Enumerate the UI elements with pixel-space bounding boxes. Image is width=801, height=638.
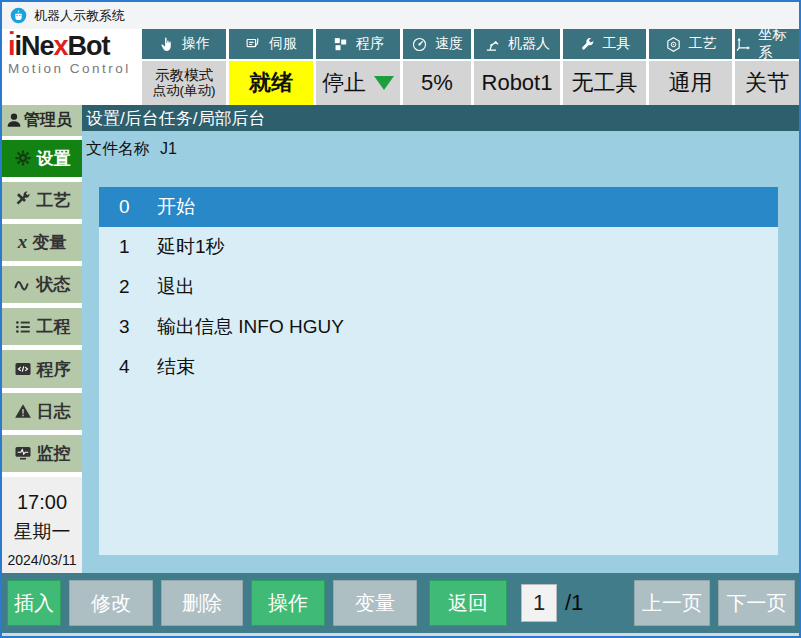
main-panel: 设置/后台任务/局部后台 文件名称J1 0 开始 1 延时1秒 2 <box>82 105 799 573</box>
program-row[interactable]: 1 延时1秒 <box>99 227 778 267</box>
operate-footer-button[interactable]: 操作 <box>251 580 325 626</box>
sidebar-clock: 17:00 星期一 2024/03/11 <box>2 477 82 573</box>
page-number-input[interactable] <box>521 584 557 622</box>
column-operate: 操作 示教模式 点动(单动) <box>142 29 226 105</box>
speed-button-label: 速度 <box>435 35 463 53</box>
coordinate-button[interactable]: 坐标系 <box>735 29 799 59</box>
sidebar-item-label: 工程 <box>37 315 71 338</box>
file-name-value: J1 <box>160 140 177 157</box>
column-robot: 机器人 Robot1 <box>474 29 560 105</box>
program-row[interactable]: 3 输出信息 INFO HGUY <box>99 307 778 347</box>
tool-name: 无工具 <box>563 61 646 105</box>
next-page-button[interactable]: 下一页 <box>718 580 795 626</box>
sidebar-item-label: 日志 <box>37 400 71 423</box>
clock-weekday: 星期一 <box>14 517 71 547</box>
sidebar-item-status[interactable]: 状态 <box>2 266 82 303</box>
header-columns: 操作 示教模式 点动(单动) 伺服 就绪 程序 <box>142 29 799 105</box>
brand-subtitle: Motion Control <box>8 61 142 76</box>
row-text: 输出信息 INFO HGUY <box>157 314 344 340</box>
file-name-label: 文件名称 <box>86 140 150 157</box>
clock-date: 2024/03/11 <box>7 547 76 573</box>
coordinate-axes-icon <box>735 36 751 53</box>
sidebar-item-variables[interactable]: x 变量 <box>2 224 82 261</box>
robot-button-label: 机器人 <box>508 35 550 53</box>
process-hexagon-icon <box>665 36 682 53</box>
program-row[interactable]: 2 退出 <box>99 267 778 307</box>
stop-dropdown-triangle <box>374 76 394 90</box>
servo-button-label: 伺服 <box>269 35 297 53</box>
program-line-list: 0 开始 1 延时1秒 2 退出 3 输出信息 INFO HGUY <box>99 187 778 555</box>
content-area: 文件名称J1 0 开始 1 延时1秒 2 退出 <box>82 131 799 573</box>
coordinate-name: 关节 <box>735 61 799 105</box>
sidebar-item-label: 工艺 <box>37 189 71 212</box>
clock-time: 17:00 <box>17 487 67 517</box>
coordinate-button-label: 坐标系 <box>758 26 799 62</box>
tools-icon <box>14 191 32 209</box>
current-user-label: 管理员 <box>24 110 72 131</box>
row-text: 开始 <box>157 194 195 220</box>
tool-button[interactable]: 工具 <box>563 29 646 59</box>
sidebar-item-label: 设置 <box>37 147 71 170</box>
delete-button[interactable]: 删除 <box>161 580 243 626</box>
wave-icon <box>14 276 32 294</box>
list-icon <box>14 318 32 336</box>
column-tool: 工具 无工具 <box>563 29 646 105</box>
bottom-strip <box>2 633 799 636</box>
row-index: 1 <box>99 236 157 258</box>
sidebar-item-monitor[interactable]: 监控 <box>2 435 82 472</box>
sidebar-item-label: 监控 <box>37 442 71 465</box>
sidebar-item-settings[interactable]: 设置 <box>2 140 82 177</box>
warning-icon <box>14 402 32 420</box>
sidebar-item-project[interactable]: 工程 <box>2 308 82 345</box>
operate-button[interactable]: 操作 <box>142 29 226 59</box>
header: ı̇iNexBot Motion Control 操作 示教模式 点动(单动) … <box>2 29 799 105</box>
row-index: 0 <box>99 196 157 218</box>
run-state-dropdown[interactable]: 停止 <box>316 61 400 105</box>
sidebar-item-process[interactable]: 工艺 <box>2 182 82 219</box>
column-servo: 伺服 就绪 <box>229 29 313 105</box>
brand-wordmark: ı̇iNexBot <box>8 31 142 61</box>
brand-logo: ı̇iNexBot Motion Control <box>2 29 142 105</box>
window-titlebar: 机器人示教系统 <box>2 2 799 29</box>
file-name-row: 文件名称J1 <box>86 139 778 160</box>
program-button-label: 程序 <box>356 35 384 53</box>
window-title: 机器人示教系统 <box>34 7 125 25</box>
operate-button-label: 操作 <box>182 35 210 53</box>
current-user: 管理员 <box>2 105 82 136</box>
robot-arm-icon <box>484 36 501 53</box>
prev-page-button[interactable]: 上一页 <box>634 580 710 626</box>
variable-button[interactable]: 变量 <box>333 580 417 626</box>
servo-button[interactable]: 伺服 <box>229 29 313 59</box>
insert-button[interactable]: 插入 <box>7 580 61 626</box>
speed-button[interactable]: 速度 <box>403 29 471 59</box>
sidebar-item-log[interactable]: 日志 <box>2 393 82 430</box>
row-text: 结束 <box>157 354 195 380</box>
sidebar-item-program[interactable]: 程序 <box>2 350 82 387</box>
page-total-label: /1 <box>565 590 583 616</box>
speed-value: 5% <box>403 61 471 105</box>
code-icon <box>14 360 32 378</box>
body: 管理员 设置 工艺 x 变量 状态 工程 <box>2 105 799 573</box>
footer-toolbar: 插入 修改 删除 操作 变量 返回 /1 上一页 下一页 <box>2 573 799 636</box>
column-coordinate: 坐标系 关节 <box>735 29 799 105</box>
process-name: 通用 <box>649 61 732 105</box>
gear-icon <box>14 149 32 167</box>
robot-name: Robot1 <box>474 61 560 105</box>
program-row[interactable]: 0 开始 <box>99 187 778 227</box>
program-button[interactable]: 程序 <box>316 29 400 59</box>
speed-gauge-icon <box>411 36 428 53</box>
back-button[interactable]: 返回 <box>429 580 507 626</box>
robot-button[interactable]: 机器人 <box>474 29 560 59</box>
program-grid-icon <box>332 36 349 53</box>
row-index: 4 <box>99 356 157 378</box>
process-button-label: 工艺 <box>689 35 717 53</box>
hand-pointer-icon <box>158 36 175 53</box>
wrench-icon <box>579 36 596 53</box>
modify-button[interactable]: 修改 <box>69 580 153 626</box>
sidebar-item-label: 状态 <box>37 273 71 296</box>
process-button[interactable]: 工艺 <box>649 29 732 59</box>
servo-ready-status: 就绪 <box>229 61 313 105</box>
tool-button-label: 工具 <box>603 35 631 53</box>
sidebar-item-label: 变量 <box>32 231 66 254</box>
program-row[interactable]: 4 结束 <box>99 347 778 387</box>
